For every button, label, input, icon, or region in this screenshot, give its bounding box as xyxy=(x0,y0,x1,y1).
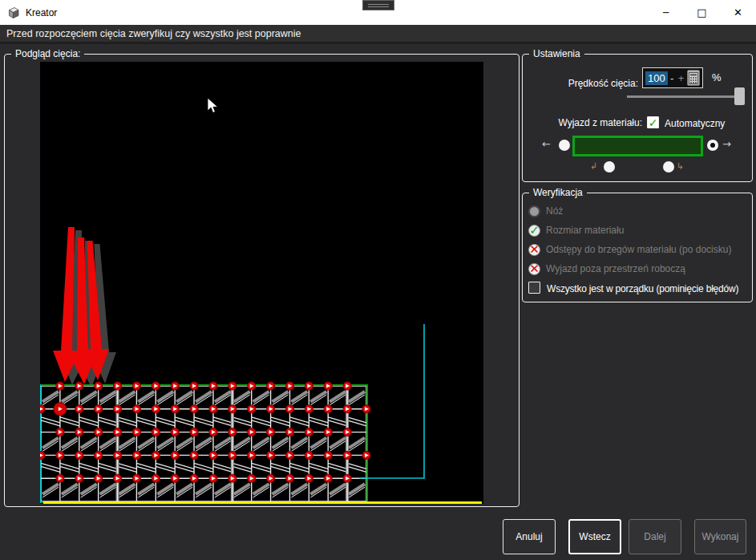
arrow-down-left-icon: ↲ xyxy=(590,161,597,172)
window-controls: ─ □ ✕ xyxy=(648,0,756,25)
cutting-preview-svg xyxy=(40,62,483,504)
speed-slider-thumb[interactable] xyxy=(734,87,745,105)
next-button[interactable]: Dalej xyxy=(629,519,681,554)
cutting-preview-canvas[interactable] xyxy=(40,62,483,504)
back-button[interactable]: Wstecz xyxy=(568,519,621,554)
maximize-button[interactable]: □ xyxy=(684,0,720,25)
red-cross-icon: ✕ xyxy=(528,263,540,275)
info-bar: Przed rozpoczęciem cięcia zweryfikuj czy… xyxy=(0,25,756,44)
window-title: Kreator xyxy=(26,7,57,18)
percent-label: % xyxy=(712,71,722,83)
speed-input[interactable]: 100 - + xyxy=(642,67,703,88)
arrow-left-icon: ← xyxy=(542,138,551,150)
green-check-icon: ✓ xyxy=(528,225,540,237)
verification-item: ✕Wyjazd poza przestrzeń roboczą xyxy=(528,261,685,277)
verification-item: Nóż xyxy=(528,203,563,219)
speed-value[interactable]: 100 xyxy=(645,71,668,85)
ignore-errors-checkbox[interactable] xyxy=(528,282,540,294)
speed-label: Prędkość cięcia: xyxy=(547,78,638,89)
app-icon xyxy=(7,6,20,19)
minimize-button[interactable]: ─ xyxy=(648,0,684,25)
automatic-checkbox[interactable] xyxy=(647,116,659,128)
exit-down-left-radio[interactable] xyxy=(604,161,615,172)
speed-increment-button[interactable]: + xyxy=(677,73,685,83)
settings-groupbox: Ustawienia Prędkość cięcia: 100 - + % Wy… xyxy=(522,54,753,182)
ignore-errors-label: Wszystko jest w porządku (pominięcie błę… xyxy=(547,283,738,294)
verification-item: ✓Rozmiar materiału xyxy=(528,222,624,238)
preview-group-label: Podgląd cięcia: xyxy=(11,48,84,59)
material-preview-rect xyxy=(572,136,703,156)
arrow-down-right-icon: ↳ xyxy=(677,161,684,172)
exit-left-radio[interactable] xyxy=(559,140,570,151)
exit-down-right-radio[interactable] xyxy=(663,161,674,172)
exit-right-radio[interactable] xyxy=(707,140,718,151)
close-button[interactable]: ✕ xyxy=(720,0,756,25)
overlay-handle[interactable] xyxy=(362,0,394,10)
material-exit-label: Wyjazd z materiału: xyxy=(529,117,642,128)
calculator-icon xyxy=(689,72,698,84)
verification-item-label: Rozmiar materiału xyxy=(546,225,624,236)
verification-group-label: Weryfikacja xyxy=(529,187,587,198)
mouse-cursor xyxy=(207,97,219,115)
settings-group-label: Ustawienia xyxy=(529,48,584,59)
cancel-button[interactable]: Anuluj xyxy=(503,519,556,554)
verification-groupbox: Weryfikacja Nóż✓Rozmiar materiału✕Odstęp… xyxy=(522,193,753,302)
speed-decrement-button[interactable]: - xyxy=(668,73,677,83)
verification-item-label: Odstępy do brzegów materiału (po docisku… xyxy=(546,244,731,255)
red-cross-icon: ✕ xyxy=(528,244,540,256)
info-bar-text: Przed rozpoczęciem cięcia zweryfikuj czy… xyxy=(6,28,301,39)
verification-item-label: Nóż xyxy=(546,205,563,217)
verification-item-label: Wyjazd poza przestrzeń roboczą xyxy=(546,263,685,274)
gray-circle-icon xyxy=(528,205,540,217)
verification-item: ✕Odstępy do brzegów materiału (po docisk… xyxy=(528,241,731,258)
execute-button[interactable]: Wykonaj xyxy=(694,519,746,554)
automatic-checkbox-label: Automatyczny xyxy=(665,118,725,129)
speed-slider-track[interactable] xyxy=(627,95,745,98)
preview-groupbox: Podgląd cięcia: xyxy=(4,54,519,507)
titlebar[interactable]: Kreator ─ □ ✕ xyxy=(0,0,756,25)
calculator-button[interactable] xyxy=(687,70,700,86)
arrow-right-icon: → xyxy=(722,138,731,150)
